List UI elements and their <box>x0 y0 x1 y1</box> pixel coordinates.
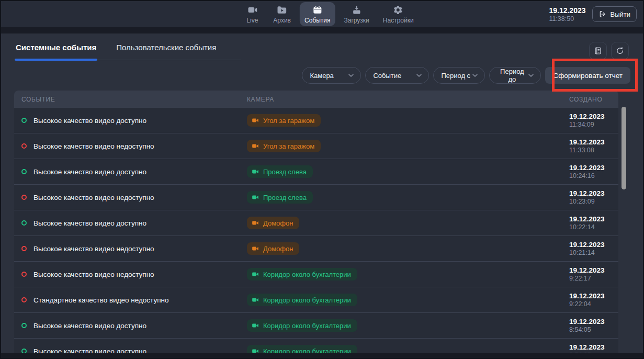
camera-badge[interactable]: Коридор около бухгалтерии <box>247 294 357 306</box>
system-datetime: 19.12.2023 11:38:50 <box>549 6 585 23</box>
table-row[interactable]: Высокое качество видео доступно Угол за … <box>14 108 618 133</box>
table-row[interactable]: Высокое качество видео доступно Коридор … <box>14 313 618 339</box>
camera-cell: Коридор около бухгалтерии <box>247 294 569 306</box>
created-date: 19.12.2023 <box>569 138 618 146</box>
filter-label: Камера <box>310 72 333 80</box>
status-icon <box>21 143 27 149</box>
camera-icon <box>252 271 259 278</box>
filter-dropdown-2[interactable]: Событие <box>365 67 429 84</box>
event-cell: Высокое качество видео недоступно <box>14 245 247 253</box>
status-icon <box>21 220 27 226</box>
nav-item-archive[interactable]: Архив <box>268 2 296 26</box>
event-label: Стандартное качество видео недоступно <box>33 296 168 304</box>
camera-label: Коридор около бухгалтерии <box>263 271 351 278</box>
chevron-down-icon <box>347 71 355 80</box>
filter-dropdown-1[interactable]: Камера <box>302 67 361 84</box>
status-icon <box>21 118 27 123</box>
created-cell: 19.12.2023 10:23:09 <box>569 189 618 205</box>
filter-row: Камера Событие Период с Период до Сформи… <box>302 67 630 84</box>
table-row[interactable]: Высокое качество видео недоступно Проезд… <box>14 185 618 210</box>
event-label: Высокое качество видео недоступно <box>33 194 154 201</box>
table-row[interactable]: Высокое качество видео недоступно Коридо… <box>14 262 618 287</box>
camera-label: Проезд слева <box>263 168 307 176</box>
scrollbar-thumb[interactable] <box>622 107 626 189</box>
table-row[interactable]: Высокое качество видео недоступно Угол з… <box>14 133 618 159</box>
event-label: Высокое качество видео недоступно <box>33 142 154 150</box>
report-journal-icon <box>593 46 603 55</box>
created-date: 19.12.2023 <box>569 318 618 326</box>
tab-user-events[interactable]: Пользовательские события <box>115 33 217 60</box>
created-date: 19.12.2023 <box>569 343 618 351</box>
logout-label: Выйти <box>611 10 631 18</box>
camera-badge[interactable]: Коридор около бухгалтерии <box>247 319 357 332</box>
event-cell: Высокое качество видео доступно <box>14 117 247 125</box>
created-cell: 19.12.2023 11:33:08 <box>569 138 618 154</box>
camera-badge[interactable]: Проезд слева <box>247 165 313 178</box>
nav-item-live[interactable]: Live <box>240 2 264 26</box>
filter-dropdown-4[interactable]: Период до <box>489 67 541 84</box>
filter-dropdown-3[interactable]: Период с <box>433 67 485 84</box>
refresh-button[interactable] <box>611 42 629 60</box>
event-label: Высокое качество видео недоступно <box>33 271 154 278</box>
topbar-right: 19.12.2023 11:38:50 Выйти <box>549 1 637 27</box>
created-time: 10:21:14 <box>569 249 618 256</box>
refresh-icon <box>615 46 625 55</box>
created-cell: 19.12.2023 10:21:14 <box>569 241 618 256</box>
topbar-nav: Live Архив События Загрузки Настройки <box>240 2 418 26</box>
camera-icon <box>252 245 259 252</box>
generate-report-button[interactable]: Сформировать отчет <box>545 67 630 84</box>
camera-label: Коридор около бухгалтерии <box>263 322 351 330</box>
status-icon <box>21 246 27 251</box>
event-label: Высокое качество видео недоступно <box>33 245 154 253</box>
filter-label: Событие <box>373 72 401 80</box>
table-body: Высокое качество видео доступно Угол за … <box>14 108 618 359</box>
nav-item-label: Настройки <box>383 17 414 24</box>
column-header-event: СОБЫТИЕ <box>14 96 247 103</box>
table-row[interactable]: Высокое качество видео недоступно Домофо… <box>14 236 618 262</box>
camera-badge[interactable]: Угол за гаражом <box>247 114 321 127</box>
camera-icon <box>252 219 259 227</box>
nav-item-events[interactable]: События <box>300 2 335 26</box>
content-area: Системные события Пользовательские событ… <box>1 33 643 358</box>
camera-badge[interactable]: Коридор около бухгалтерии <box>247 268 357 281</box>
camera-cell: Коридор около бухгалтерии <box>247 268 569 281</box>
event-label: Высокое качество видео доступно <box>33 117 146 125</box>
camera-cell: Проезд слева <box>247 191 569 204</box>
status-icon <box>21 323 27 328</box>
table-row[interactable]: Высокое качество видео доступно Проезд с… <box>14 159 618 185</box>
chevron-down-icon <box>471 71 479 80</box>
camera-label: Проезд слева <box>263 194 307 201</box>
nav-item-settings[interactable]: Настройки <box>378 2 419 26</box>
camera-cell: Домофон <box>247 242 569 255</box>
nav-item-downloads[interactable]: Загрузки <box>340 2 374 26</box>
chevron-down-icon <box>527 71 535 80</box>
event-cell: Высокое качество видео доступно <box>14 219 247 227</box>
event-cell: Высокое качество видео недоступно <box>14 142 247 150</box>
created-date: 19.12.2023 <box>569 241 618 249</box>
camera-badge[interactable]: Угол за гаражом <box>247 140 321 152</box>
table-row[interactable]: Высокое качество видео доступно Домофон … <box>14 210 618 236</box>
table-row[interactable]: Стандартное качество видео недоступно Ко… <box>14 287 618 313</box>
camera-badge[interactable]: Домофон <box>247 242 299 255</box>
toolbar-icon-buttons <box>589 42 629 60</box>
nav-item-label: Архив <box>273 17 291 24</box>
topbar: Live Архив События Загрузки Настройки 19… <box>1 1 643 27</box>
camera-label: Угол за гаражом <box>263 142 314 150</box>
created-date: 19.12.2023 <box>569 292 618 300</box>
camera-icon <box>252 168 259 175</box>
logout-button[interactable]: Выйти <box>592 6 637 22</box>
report-journal-button[interactable] <box>589 42 607 60</box>
folder-play-icon <box>277 5 287 15</box>
app-window: Live Архив События Загрузки Настройки 19… <box>0 0 644 359</box>
nav-item-label: События <box>304 17 331 24</box>
camera-badge[interactable]: Домофон <box>247 217 299 229</box>
event-label: Высокое качество видео доступно <box>33 168 146 176</box>
camera-badge[interactable]: Проезд слева <box>247 191 313 204</box>
camera-icon <box>252 142 259 150</box>
created-time: 8:54:05 <box>569 326 618 333</box>
tab-system-events[interactable]: Системные события <box>15 33 97 60</box>
filter-label: Период с <box>441 72 470 80</box>
camera-label: Коридор около бухгалтерии <box>263 296 351 304</box>
created-cell: 19.12.2023 9:22:04 <box>569 292 618 308</box>
camera-label: Угол за гаражом <box>263 117 314 125</box>
